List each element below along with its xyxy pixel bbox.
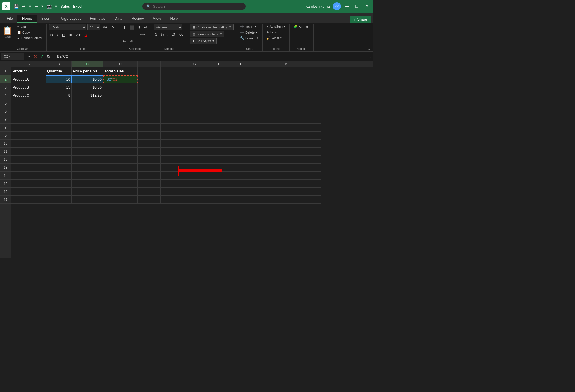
dollar-button[interactable]: $ [154, 31, 159, 37]
align-right-button[interactable]: ≡ [133, 31, 138, 37]
row-num-7[interactable]: 7 [0, 115, 11, 124]
cell-h1[interactable] [206, 67, 229, 75]
col-header-d[interactable]: D [103, 61, 138, 67]
cell-b1[interactable]: Quantity [46, 67, 72, 75]
bold-button[interactable]: B [49, 32, 54, 38]
col-header-k[interactable]: K [275, 61, 298, 67]
copy-button[interactable]: 📋 Copy [15, 30, 44, 35]
undo-button[interactable]: ↩ [21, 3, 27, 9]
tab-review[interactable]: Review [127, 15, 148, 23]
align-middle-button[interactable]: ⬛ [128, 24, 136, 30]
percent-button[interactable]: % [159, 31, 165, 37]
insert-button[interactable]: ➕ Insert ▾ [238, 24, 258, 29]
cell-g3[interactable] [183, 83, 206, 91]
close-button[interactable]: ✕ [363, 3, 371, 10]
maximize-button[interactable]: □ [353, 3, 361, 9]
format-painter-button[interactable]: 🖌 Format Painter [15, 36, 44, 40]
cell-j4[interactable] [252, 91, 275, 99]
increase-font-btn[interactable]: A+ [101, 24, 109, 30]
font-family-select[interactable]: Calibri [49, 24, 86, 30]
format-as-table-button[interactable]: ▤ Format as Table ▾ [190, 31, 224, 37]
align-bottom-button[interactable]: ⬇ [136, 24, 142, 30]
cell-i2[interactable] [229, 75, 252, 83]
row-num-16[interactable]: 16 [0, 188, 11, 196]
cell-h4[interactable] [206, 91, 229, 99]
align-left-button[interactable]: ≡ [122, 31, 127, 37]
search-box[interactable]: 🔍 [142, 3, 246, 10]
tab-view[interactable]: View [148, 15, 165, 23]
font-size-select[interactable]: 14 [87, 24, 100, 30]
cell-c3[interactable]: $8.50 [72, 83, 103, 91]
tab-insert[interactable]: Insert [37, 15, 55, 23]
addins-button[interactable]: 🧩 Add-ins [292, 24, 311, 29]
tab-data[interactable]: Data [110, 15, 127, 23]
cell-e4[interactable] [138, 91, 161, 99]
formula-input[interactable] [52, 54, 368, 58]
italic-button[interactable]: I [56, 32, 60, 38]
row-num-5[interactable]: 5 [0, 99, 11, 107]
formula-confirm-button[interactable]: ✓ [39, 54, 45, 59]
minimize-button[interactable]: ─ [343, 3, 351, 9]
row-num-13[interactable]: 13 [0, 164, 11, 172]
formula-cancel-button[interactable]: ✕ [32, 54, 38, 59]
cell-b4[interactable]: 8 [46, 91, 72, 99]
col-header-g[interactable]: G [183, 61, 206, 67]
increase-decimal-button[interactable]: .0 [170, 31, 176, 37]
cell-a5[interactable] [11, 99, 46, 107]
col-header-h[interactable]: H [206, 61, 229, 67]
col-header-e[interactable]: E [138, 61, 161, 67]
number-format-select[interactable]: General [154, 24, 182, 30]
cell-d4[interactable] [103, 91, 138, 99]
decrease-decimal-button[interactable]: .00 [177, 31, 185, 37]
row-num-8[interactable]: 8 [0, 124, 11, 132]
cell-d1[interactable]: Total Sales [103, 67, 138, 75]
border-button[interactable]: ⊞ [67, 32, 73, 38]
cell-c4[interactable]: $12.25 [72, 91, 103, 99]
cell-a3[interactable]: Product B [11, 83, 46, 91]
cell-f2[interactable] [161, 75, 183, 83]
tab-formulas[interactable]: Formulas [85, 15, 110, 23]
cell-h3[interactable] [206, 83, 229, 91]
screenshot-button[interactable]: 📷 [46, 3, 53, 9]
format-button[interactable]: 🔧 Format ▾ [238, 36, 260, 40]
cell-b3[interactable]: 15 [46, 83, 72, 91]
merge-button[interactable]: ⟺ [138, 31, 147, 37]
cell-g4[interactable] [183, 91, 206, 99]
row-num-4[interactable]: 4 [0, 91, 11, 99]
cell-b2[interactable]: 10 [46, 75, 72, 83]
search-input[interactable] [153, 4, 242, 9]
share-button[interactable]: ↑ Share [350, 16, 371, 23]
cell-k2[interactable] [275, 75, 298, 83]
cell-e2[interactable] [138, 75, 161, 83]
cut-button[interactable]: ✂ Cut [15, 24, 44, 29]
cell-j3[interactable] [252, 83, 275, 91]
col-header-l[interactable]: L [298, 61, 321, 67]
cell-styles-button[interactable]: ◧ Cell Styles ▾ [190, 38, 217, 44]
cell-k4[interactable] [275, 91, 298, 99]
row-num-11[interactable]: 11 [0, 148, 11, 156]
row-num-10[interactable]: 10 [0, 140, 11, 148]
cell-g2[interactable] [183, 75, 206, 83]
decrease-font-btn[interactable]: A- [110, 24, 117, 30]
cell-b5[interactable] [46, 99, 72, 107]
indent-decrease-button[interactable]: ⇤ [122, 38, 128, 44]
formula-more-options-button[interactable]: ⋯ [25, 54, 31, 58]
indent-increase-button[interactable]: ⇥ [128, 38, 134, 44]
cell-l4[interactable] [298, 91, 321, 99]
cell-e1[interactable] [138, 67, 161, 75]
cell-g1[interactable] [183, 67, 206, 75]
col-header-a[interactable]: A [11, 61, 46, 67]
customize-qa-button[interactable]: ▾ [54, 3, 58, 9]
undo-dropdown[interactable]: ▾ [28, 3, 32, 9]
align-center-button[interactable]: ≡ [127, 31, 132, 37]
cell-reference-box[interactable]: C2 ▾ [1, 53, 24, 60]
cell-a4[interactable]: Product C [11, 91, 46, 99]
tab-home[interactable]: Home [17, 15, 37, 23]
col-header-c[interactable]: C [72, 61, 103, 67]
col-header-i[interactable]: I [229, 61, 252, 67]
formula-expand-button[interactable]: ⌄ [369, 54, 372, 58]
tab-help[interactable]: Help [165, 15, 182, 23]
select-all-button[interactable] [0, 61, 11, 67]
row-num-15[interactable]: 15 [0, 180, 11, 188]
fill-color-button[interactable]: A▾ [75, 32, 82, 38]
